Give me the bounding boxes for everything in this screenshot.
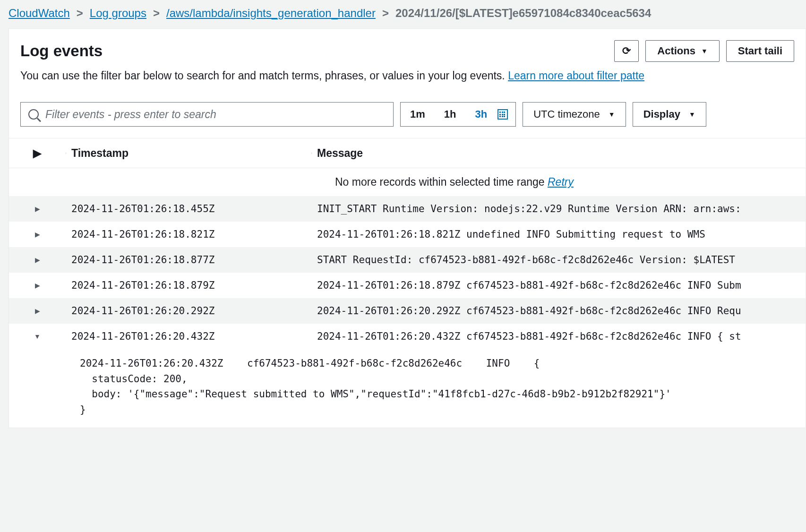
column-header-message[interactable]: Message bbox=[311, 147, 806, 160]
retry-link[interactable]: Retry bbox=[548, 176, 574, 188]
caret-right-icon bbox=[35, 307, 40, 315]
learn-more-link[interactable]: Learn more about filter patte bbox=[508, 69, 644, 82]
breadcrumb-current: 2024/11/26/[$LATEST]e65971084c8340ceac56… bbox=[395, 7, 651, 20]
row-expand-toggle[interactable] bbox=[9, 247, 66, 273]
caret-down-icon bbox=[34, 333, 41, 340]
time-option-3h[interactable]: 3h bbox=[465, 103, 497, 126]
cell-timestamp: 2024-11-26T01:26:20.292Z bbox=[66, 299, 311, 323]
caret-down-icon bbox=[689, 111, 695, 118]
chevron-right-icon: > bbox=[77, 7, 83, 20]
calendar-icon bbox=[497, 109, 508, 120]
cell-message: START RequestId: cf674523-b881-492f-b68c… bbox=[311, 248, 806, 272]
row-expand-toggle[interactable] bbox=[9, 298, 66, 324]
log-events-panel: Log events ⟳ Actions Start taili You can… bbox=[9, 28, 806, 428]
chevron-right-icon: > bbox=[153, 7, 160, 20]
row-expand-toggle[interactable] bbox=[9, 273, 66, 298]
expand-all-toggle[interactable] bbox=[9, 147, 66, 160]
table-row: 2024-11-26T01:26:20.292Z 2024-11-26T01:2… bbox=[9, 298, 806, 324]
table-row: 2024-11-26T01:26:18.879Z 2024-11-26T01:2… bbox=[9, 273, 806, 298]
refresh-icon: ⟳ bbox=[622, 45, 631, 57]
filter-events-input[interactable] bbox=[45, 108, 386, 121]
cell-message: 2024-11-26T01:26:20.432Z cf674523-b881-4… bbox=[311, 324, 806, 349]
breadcrumb-log-groups[interactable]: Log groups bbox=[90, 7, 146, 20]
row-expand-toggle[interactable] bbox=[9, 222, 66, 247]
display-label: Display bbox=[643, 108, 680, 120]
start-tailing-label: Start taili bbox=[738, 45, 782, 57]
breadcrumb-cloudwatch[interactable]: CloudWatch bbox=[9, 7, 70, 20]
cell-message: 2024-11-26T01:26:18.821Z undefined INFO … bbox=[311, 222, 806, 247]
caret-down-icon bbox=[701, 47, 708, 55]
time-option-1h[interactable]: 1h bbox=[435, 103, 466, 126]
caret-right-icon bbox=[35, 256, 40, 264]
table-row: 2024-11-26T01:26:18.821Z 2024-11-26T01:2… bbox=[9, 222, 806, 247]
caret-right-icon bbox=[35, 282, 40, 289]
time-range-selector: 1m 1h 3h bbox=[400, 102, 516, 127]
caret-right-icon bbox=[35, 231, 40, 238]
no-more-records: No more records within selected time ran… bbox=[9, 168, 806, 196]
cell-timestamp: 2024-11-26T01:26:18.821Z bbox=[66, 222, 311, 247]
no-more-text: No more records within selected time ran… bbox=[335, 176, 548, 188]
row-expand-toggle[interactable] bbox=[9, 196, 66, 222]
log-events-table: Timestamp Message No more records within… bbox=[9, 138, 806, 428]
panel-description: You can use the filter bar below to sear… bbox=[20, 69, 794, 82]
caret-down-icon bbox=[609, 111, 615, 118]
breadcrumb-log-group-name[interactable]: /aws/lambda/insights_generation_handler bbox=[166, 7, 376, 20]
page-title: Log events bbox=[20, 42, 103, 60]
timezone-label: UTC timezone bbox=[533, 108, 600, 120]
time-option-1m[interactable]: 1m bbox=[401, 103, 435, 126]
cell-message: 2024-11-26T01:26:18.879Z cf674523-b881-4… bbox=[311, 273, 806, 298]
cell-message: 2024-11-26T01:26:20.292Z cf674523-b881-4… bbox=[311, 299, 806, 323]
actions-button[interactable]: Actions bbox=[645, 40, 720, 62]
timezone-select[interactable]: UTC timezone bbox=[523, 102, 626, 127]
actions-button-label: Actions bbox=[657, 45, 695, 57]
table-row: 2024-11-26T01:26:18.877Z START RequestId… bbox=[9, 247, 806, 273]
breadcrumb: CloudWatch > Log groups > /aws/lambda/in… bbox=[0, 0, 806, 28]
table-row: 2024-11-26T01:26:18.455Z INIT_START Runt… bbox=[9, 196, 806, 222]
expanded-log-body: 2024-11-26T01:26:20.432Z cf674523-b881-4… bbox=[9, 349, 806, 428]
description-text: You can use the filter bar below to sear… bbox=[20, 69, 508, 82]
filter-events-input-wrapper[interactable] bbox=[20, 102, 394, 127]
caret-right-icon bbox=[33, 147, 42, 160]
start-tailing-button[interactable]: Start taili bbox=[726, 40, 794, 62]
chevron-right-icon: > bbox=[382, 7, 389, 20]
table-row: 2024-11-26T01:26:20.432Z 2024-11-26T01:2… bbox=[9, 324, 806, 349]
cell-timestamp: 2024-11-26T01:26:18.879Z bbox=[66, 273, 311, 298]
cell-message: INIT_START Runtime Version: nodejs:22.v2… bbox=[311, 197, 806, 221]
row-expand-toggle[interactable] bbox=[9, 324, 66, 349]
calendar-button[interactable] bbox=[497, 109, 515, 120]
search-icon bbox=[28, 109, 39, 120]
cell-timestamp: 2024-11-26T01:26:18.455Z bbox=[66, 197, 311, 221]
refresh-button[interactable]: ⟳ bbox=[614, 40, 639, 62]
display-select[interactable]: Display bbox=[633, 102, 706, 127]
cell-timestamp: 2024-11-26T01:26:18.877Z bbox=[66, 248, 311, 272]
column-header-timestamp[interactable]: Timestamp bbox=[66, 147, 311, 160]
caret-right-icon bbox=[35, 205, 40, 213]
cell-timestamp: 2024-11-26T01:26:20.432Z bbox=[66, 324, 311, 349]
